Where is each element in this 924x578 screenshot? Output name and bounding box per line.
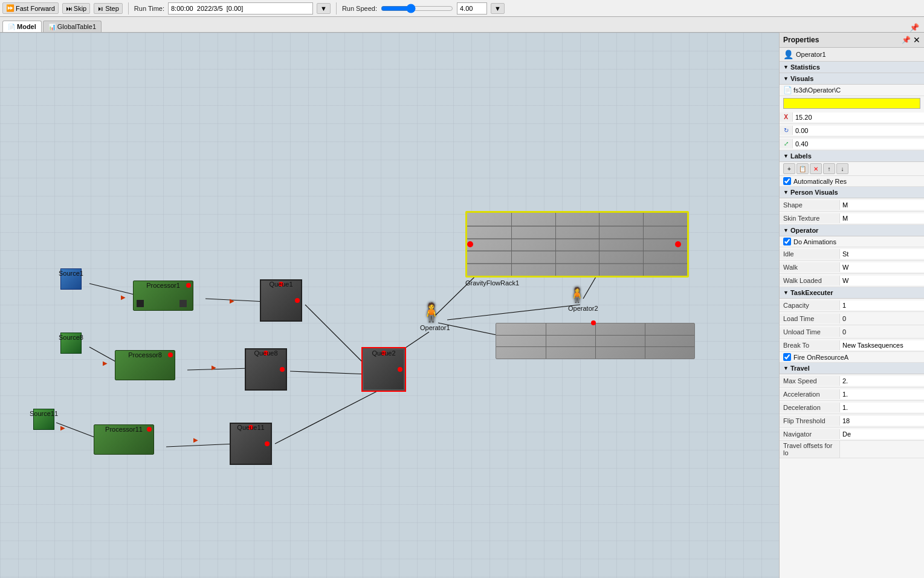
operator-section-label: Operator (790, 227, 818, 234)
speed-value-input[interactable] (457, 2, 487, 15)
run-time-label: Run Time: (134, 5, 164, 12)
statistics-section-label: Statistics (790, 63, 820, 71)
idle-input[interactable] (840, 249, 924, 259)
operator1-node[interactable]: 🧍 Operator1 (420, 302, 442, 323)
walk-input[interactable] (840, 262, 924, 272)
queue11-label: Queue11 (237, 424, 264, 431)
processor11-node[interactable]: Processor11 (94, 424, 154, 455)
break-to-row: Break To (780, 339, 924, 352)
walk-row: Walk (780, 261, 924, 274)
visuals-file-icon: 📄 (783, 86, 792, 94)
run-speed-label: Run Speed: (342, 5, 377, 12)
do-animations-checkbox[interactable] (783, 238, 791, 245)
operator-section-header[interactable]: ▼ Operator (780, 225, 924, 236)
unload-time-value: 0 (840, 327, 924, 337)
svg-line-5 (290, 371, 369, 374)
delete-label-button[interactable]: ✕ (810, 163, 822, 174)
person-visuals-section-header[interactable]: ▼ Person Visuals (780, 187, 924, 198)
walk-loaded-input[interactable] (840, 276, 924, 285)
max-speed-row: Max Speed (780, 374, 924, 388)
rotation-value-input[interactable] (793, 126, 924, 135)
visuals-section-header[interactable]: ▼ Visuals (780, 73, 924, 85)
source1-node[interactable]: Source1 (60, 268, 82, 290)
gravityflowrack1-node[interactable]: GravityFlowRack1 (465, 211, 689, 278)
model-tab-icon: 📄 (8, 24, 15, 30)
task-executer-section-header[interactable]: ▼ TaskExecuter (780, 287, 924, 299)
lower-rack-node[interactable] (496, 323, 695, 359)
pin-button[interactable]: 📌 (907, 23, 922, 32)
scale-value-input[interactable] (793, 139, 924, 149)
tab-globaltable1[interactable]: 📊 GlobalTable1 (43, 21, 102, 32)
speed-dropdown[interactable]: ▼ (491, 3, 505, 14)
globaltable-tab-icon: 📊 (48, 24, 56, 30)
capacity-row: Capacity (780, 299, 924, 312)
step-button[interactable]: ⏯ Step (94, 3, 123, 14)
auto-resize-checkbox[interactable] (783, 177, 791, 185)
task-executer-toggle-icon: ▼ (783, 290, 789, 296)
properties-close-button[interactable]: ✕ (913, 35, 920, 45)
color-swatch[interactable] (783, 98, 920, 109)
statistics-section-header[interactable]: ▼ Statistics (780, 62, 924, 73)
copy-label-button[interactable]: 📋 (796, 163, 809, 174)
navigator-input[interactable] (840, 429, 924, 439)
rotation-value-row: ↻ (780, 124, 924, 137)
source8-node[interactable]: Source8 (60, 333, 82, 354)
labels-section-label: Labels (790, 152, 812, 160)
x-value-input[interactable] (793, 112, 924, 122)
flip-threshold-input[interactable] (840, 416, 924, 426)
add-label-button[interactable]: + (783, 163, 795, 174)
fire-on-resource-checkbox[interactable] (783, 353, 791, 361)
travel-offsets-row: Travel offsets for lo (780, 441, 924, 458)
source8-label: Source8 (59, 334, 83, 341)
fast-forward-button[interactable]: ⏩ Fast Forward (2, 2, 59, 14)
idle-row: Idle (780, 247, 924, 261)
speed-slider[interactable] (381, 4, 453, 13)
unload-time-row: Unload Time 0 (780, 325, 924, 339)
operator-icon: 👤 (783, 50, 793, 59)
fire-on-resource-row: Fire OnResourceA (780, 352, 924, 363)
labels-toggle-icon: ▼ (783, 153, 789, 159)
canvas-area[interactable]: Source1 Source8 Source11 Processor1 (0, 33, 779, 578)
fire-on-resource-label: Fire OnResourceA (793, 354, 848, 361)
x-value-row: X (780, 111, 924, 124)
processor8-label: Processor8 (128, 351, 162, 359)
break-to-label: Break To (780, 340, 840, 350)
acceleration-input[interactable] (840, 389, 924, 399)
run-time-input[interactable] (168, 2, 313, 15)
deceleration-input[interactable] (840, 403, 924, 412)
skin-texture-row: Skin Texture (780, 212, 924, 225)
walk-loaded-label: Walk Loaded (780, 276, 840, 285)
run-time-dropdown[interactable]: ▼ (317, 3, 331, 14)
queue1-node[interactable]: Queue1 (260, 279, 302, 322)
queue8-node[interactable]: Queue8 (245, 348, 287, 391)
arrow6: ▶ (193, 437, 198, 443)
skip-button[interactable]: ⏭ Skip (62, 3, 90, 14)
travel-section-label: Travel (790, 365, 810, 372)
walk-label: Walk (780, 262, 840, 272)
svg-line-9 (389, 332, 429, 359)
operator2-node[interactable]: 🧍 Operator2 (568, 287, 586, 304)
travel-section-header[interactable]: ▼ Travel (780, 363, 924, 374)
shape-input[interactable] (840, 200, 924, 210)
shape-row: Shape (780, 198, 924, 212)
navigator-label: Navigator (780, 429, 840, 439)
tab-globaltable1-label: GlobalTable1 (57, 23, 96, 30)
svg-line-0 (89, 284, 151, 299)
queue2-node[interactable]: Queue2 (363, 348, 405, 391)
source11-node[interactable]: Source11 (33, 409, 54, 430)
move-up-label-button[interactable]: ↑ (823, 163, 835, 174)
tab-model[interactable]: 📄 Model (2, 21, 42, 32)
capacity-input[interactable] (840, 300, 924, 310)
skin-texture-input[interactable] (840, 213, 924, 223)
labels-section-header[interactable]: ▼ Labels (780, 151, 924, 162)
move-down-label-button[interactable]: ↓ (836, 163, 848, 174)
toolbar: ⏩ Fast Forward ⏭ Skip ⏯ Step Run Time: ▼… (0, 0, 924, 17)
skin-texture-label: Skin Texture (780, 213, 840, 223)
operator1-label: Operator1 (420, 324, 450, 331)
processor1-node[interactable]: Processor1 (133, 281, 193, 311)
max-speed-input[interactable] (840, 376, 924, 386)
queue11-node[interactable]: Queue11 (230, 423, 272, 465)
processor8-node[interactable]: Processor8 (115, 350, 175, 380)
properties-unpin-button[interactable]: 📌 (902, 35, 911, 45)
break-to-input[interactable] (840, 340, 924, 350)
